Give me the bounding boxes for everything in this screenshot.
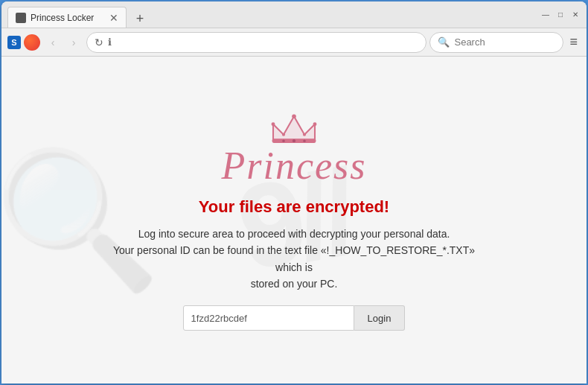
window-controls: — □ ✕ (540, 10, 581, 20)
description-line2: Your personal ID can be found in the tex… (113, 244, 475, 273)
personal-id-input[interactable] (183, 305, 354, 331)
princess-logo-text: Princess (221, 147, 366, 185)
security-icons: S (7, 34, 40, 51)
menu-button[interactable]: ≡ (566, 34, 581, 50)
nav-buttons: ‹ › (43, 33, 83, 52)
description: Log into secure area to proceed with dec… (100, 226, 488, 293)
svg-point-6 (303, 133, 306, 136)
tab-favicon (16, 13, 26, 23)
tab-title: Princess Locker (31, 13, 94, 23)
svg-point-5 (282, 133, 285, 136)
browser-tab[interactable]: Princess Locker ✕ (7, 7, 127, 28)
description-line3: stored on your PC. (251, 278, 338, 290)
reload-icon[interactable]: ↻ (95, 36, 103, 48)
login-area: Login (183, 305, 406, 331)
svg-point-4 (313, 122, 317, 126)
maximize-button[interactable]: □ (555, 10, 566, 20)
search-area[interactable]: 🔍 (429, 32, 563, 53)
page-content: 9// 🔍 (1, 57, 587, 384)
tab-close-button[interactable]: ✕ (109, 13, 118, 23)
svg-point-10 (303, 139, 306, 142)
minimize-button[interactable]: — (540, 10, 551, 20)
url-bar[interactable]: ↻ ℹ (86, 32, 426, 53)
close-button[interactable]: ✕ (570, 10, 581, 20)
login-button[interactable]: Login (354, 305, 406, 331)
search-icon: 🔍 (438, 36, 450, 48)
svg-point-9 (282, 139, 285, 142)
forward-button[interactable]: › (64, 33, 83, 52)
tab-area: Princess Locker ✕ + (7, 1, 534, 28)
svg-point-8 (293, 139, 295, 142)
search-input[interactable] (454, 36, 555, 48)
s-badge-icon: S (7, 36, 21, 49)
url-input[interactable] (116, 36, 418, 48)
title-bar: Princess Locker ✕ + — □ ✕ (1, 1, 587, 28)
globe-icon (24, 34, 40, 51)
encrypted-title: Your files are encrypted! (199, 197, 389, 217)
new-tab-button[interactable]: + (131, 10, 149, 28)
crown-icon (268, 109, 320, 147)
description-line1: Log into secure area to proceed with dec… (138, 228, 450, 240)
svg-point-2 (292, 114, 296, 118)
info-icon: ℹ (108, 36, 112, 48)
toolbar: S ‹ › ↻ ℹ 🔍 ≡ (1, 28, 587, 57)
svg-point-3 (272, 122, 275, 126)
main-content: Princess Your files are encrypted! Log i… (100, 109, 488, 331)
svg-marker-1 (273, 116, 315, 140)
back-button[interactable]: ‹ (43, 33, 63, 52)
princess-logo: Princess (221, 109, 366, 185)
browser-window: Princess Locker ✕ + — □ ✕ S ‹ › ↻ ℹ 🔍 (1, 1, 587, 384)
